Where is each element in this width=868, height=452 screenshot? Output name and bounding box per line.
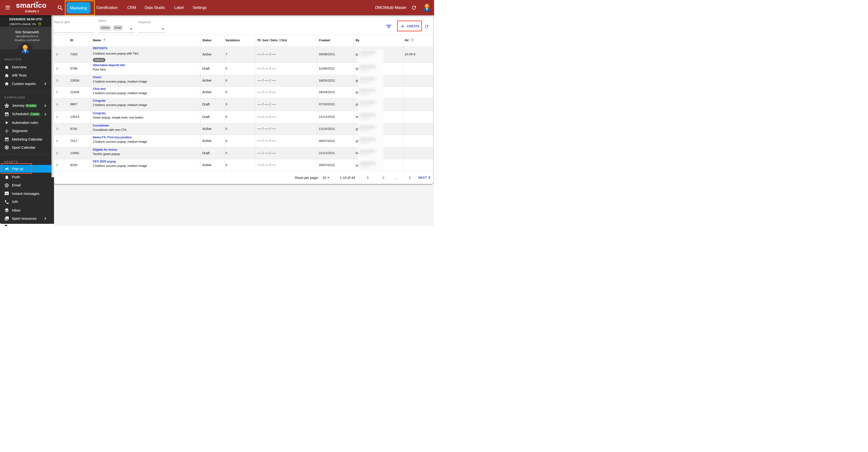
svg-text:SMS: SMS xyxy=(5,193,8,194)
svg-text:?: ? xyxy=(411,39,413,41)
svg-text:?: ? xyxy=(39,23,40,25)
